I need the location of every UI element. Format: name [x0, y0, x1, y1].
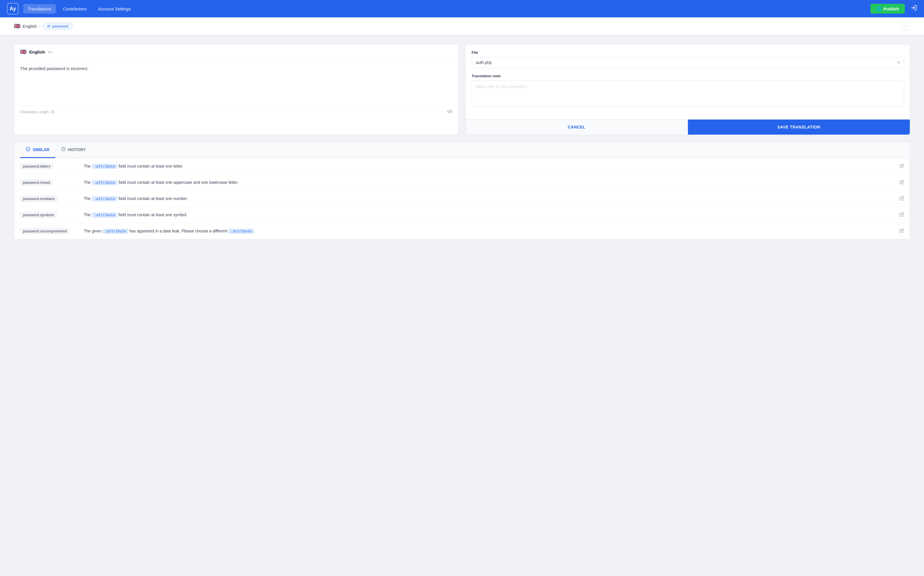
breadcrumb-chevron-button[interactable]: ›	[901, 21, 910, 31]
key-cell: password.mixed	[14, 174, 78, 191]
source-card-header: 🇬🇧 English en	[14, 45, 458, 59]
edit-cell	[894, 174, 910, 191]
char-length: Characters Length: 35	[20, 110, 55, 114]
key-badge: password.mixed	[20, 179, 53, 186]
table-row: password.mixedThe :attribute field must …	[14, 174, 910, 191]
attribute-tag: :attribute	[92, 213, 117, 218]
user-icon[interactable]	[911, 5, 917, 13]
editor-row: 🇬🇧 English en The provided password is i…	[14, 44, 910, 135]
key-badge: password.letters	[20, 163, 53, 170]
attribute-tag: :attribute	[92, 164, 117, 169]
tab-history[interactable]: HISTORY	[55, 142, 91, 158]
translation-note-section: Translation note	[472, 74, 904, 108]
action-buttons: CANCEL SAVE TRANSLATION	[466, 119, 910, 134]
source-code: en	[48, 50, 52, 54]
nav-contributors[interactable]: Contributors	[58, 4, 91, 14]
right-panel: File auth.php validation.php passwords.p…	[465, 44, 910, 135]
breadcrumb-arrow: ›	[39, 24, 40, 28]
history-icon	[61, 147, 66, 152]
speaker-icon[interactable]	[447, 109, 452, 115]
note-label: Translation note	[472, 74, 904, 78]
key-badge: password.numbers	[20, 195, 58, 202]
attribute-tag: :attribute	[229, 229, 254, 234]
edit-cell	[894, 158, 910, 174]
breadcrumb-tag[interactable]: ⇄ password	[43, 22, 73, 30]
navbar: Ay Translations Contributors Account Set…	[0, 0, 924, 18]
tabs-row: SIMILAR HISTORY	[14, 142, 910, 158]
translation-note-input[interactable]	[472, 80, 904, 107]
table-row: password.numbersThe :attribute field mus…	[14, 191, 910, 207]
breadcrumb-tag-icon: ⇄	[47, 24, 50, 28]
file-select[interactable]: auth.php validation.php passwords.php	[472, 57, 904, 68]
file-select-wrapper: auth.php validation.php passwords.php ▼	[472, 57, 904, 68]
key-cell: password.numbers	[14, 191, 78, 207]
key-cell: password.symbols	[14, 207, 78, 223]
cancel-button[interactable]: CANCEL	[466, 120, 688, 134]
similar-icon	[26, 147, 30, 152]
key-cell: password.uncompromised	[14, 223, 78, 239]
svg-point-2	[26, 147, 30, 151]
main-content: 🇬🇧 English en The provided password is i…	[0, 35, 924, 249]
attribute-tag: :attribute	[103, 229, 128, 234]
file-label: File	[472, 50, 904, 55]
tab-similar[interactable]: SIMILAR	[20, 142, 55, 158]
table-row: password.symbolsThe :attribute field mus…	[14, 207, 910, 223]
key-cell: password.letters	[14, 158, 78, 174]
save-translation-button[interactable]: SAVE TRANSLATION	[688, 120, 910, 134]
right-panel-body: File auth.php validation.php passwords.p…	[466, 45, 910, 114]
publish-label: Publish	[884, 6, 899, 11]
text-cell: The :attribute field must contain at lea…	[78, 158, 894, 174]
similar-section: SIMILAR HISTORY password.lettersThe :att…	[14, 142, 910, 239]
svg-marker-1	[448, 110, 450, 113]
breadcrumb-language: English	[22, 24, 37, 29]
table-row: password.lettersThe :attribute field mus…	[14, 158, 910, 174]
edit-icon[interactable]	[899, 180, 904, 185]
publish-icon: 🌐	[876, 6, 882, 11]
edit-icon[interactable]	[899, 197, 904, 202]
source-language: English	[29, 50, 45, 54]
attribute-tag: :attribute	[92, 196, 117, 202]
edit-cell	[894, 191, 910, 207]
source-flag: 🇬🇧	[20, 49, 26, 55]
key-badge: password.uncompromised	[20, 228, 70, 234]
text-cell: The given :attribute has appeared in a d…	[78, 223, 894, 239]
nav-account-settings[interactable]: Account Settings	[93, 4, 136, 14]
logo-text: Ay	[10, 6, 16, 12]
publish-button[interactable]: 🌐 Publish	[870, 4, 905, 14]
key-badge: password.symbols	[20, 211, 57, 218]
text-cell: The :attribute field must contain at lea…	[78, 174, 894, 191]
tab-similar-label: SIMILAR	[33, 147, 50, 152]
source-footer: Characters Length: 35	[14, 106, 458, 118]
edit-cell	[894, 207, 910, 223]
text-cell: The :attribute field must contain at lea…	[78, 207, 894, 223]
source-text: The provided password is incorrect.	[14, 59, 458, 106]
table-row: password.uncompromisedThe given :attribu…	[14, 223, 910, 239]
breadcrumb: 🇬🇧 English › ⇄ password ›	[0, 18, 924, 35]
source-card: 🇬🇧 English en The provided password is i…	[14, 44, 459, 135]
breadcrumb-tag-label: password	[52, 24, 68, 28]
text-cell: The :attribute field must contain at lea…	[78, 191, 894, 207]
edit-cell	[894, 223, 910, 239]
tab-history-label: HISTORY	[68, 147, 86, 152]
nav-translations[interactable]: Translations	[23, 4, 56, 14]
breadcrumb-flag: 🇬🇧	[14, 23, 20, 29]
edit-icon[interactable]	[899, 213, 904, 218]
edit-icon[interactable]	[899, 164, 904, 169]
similar-table: password.lettersThe :attribute field mus…	[14, 158, 910, 239]
attribute-tag: :attribute	[92, 180, 117, 185]
app-logo: Ay	[7, 3, 19, 14]
edit-icon[interactable]	[899, 229, 904, 234]
